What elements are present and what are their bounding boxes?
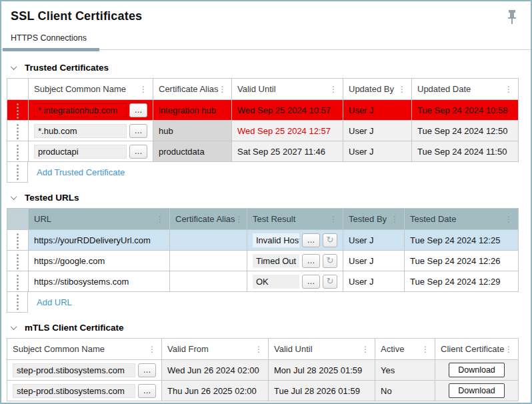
column-header-test-result[interactable]: Test Result⋮ [247,209,343,230]
active-cell: Yes [375,360,435,381]
page-title: SSL Client Certificates [11,9,525,23]
pin-icon[interactable] [507,9,517,25]
subject-input[interactable] [34,145,127,159]
table-header-row: Subject Common Name⋮ Valid From⋮ Valid U… [7,339,519,360]
column-header-tested-by[interactable]: Tested By⋮ [343,209,405,230]
add-url-link[interactable]: Add URL [37,297,72,307]
refresh-icon[interactable]: ↻ [323,254,337,268]
column-menu-icon[interactable]: ⋮ [421,345,429,353]
column-menu-icon[interactable]: ⋮ [255,345,263,353]
section-title: Tested URLs [25,193,79,203]
column-menu-icon[interactable]: ⋮ [505,85,513,93]
row-drag-handle[interactable] [7,121,29,141]
table-header-row: Subject Common Name⋮ Certificate Alias⋮ … [7,79,519,100]
column-menu-icon[interactable]: ⋮ [139,85,147,93]
url-cell[interactable]: https://stibosystems.com [29,271,170,292]
column-header-valid-from[interactable]: Valid From⋮ [162,339,269,360]
alias-cell: integration hub [153,100,232,121]
column-header-url[interactable]: URL⋮ [29,209,170,230]
section-title: Trusted Certificates [25,63,109,73]
column-menu-icon[interactable]: ⋮ [235,215,243,223]
table-row[interactable]: https://yourRDDeliveryUrl.com Invalid Ho… [7,230,519,251]
column-header-subject[interactable]: Subject Common Name⋮ [29,79,153,100]
column-menu-icon[interactable]: ⋮ [219,85,227,93]
column-header-valid-until[interactable]: Valid Until⋮ [269,339,375,360]
ellipsis-button[interactable]: … [302,275,320,289]
column-menu-icon[interactable]: ⋮ [391,215,399,223]
ellipsis-button[interactable]: … [129,103,147,117]
tested-urls-section-header[interactable]: Tested URLs [11,191,525,204]
column-menu-icon[interactable]: ⋮ [329,85,337,93]
column-menu-icon[interactable]: ⋮ [329,215,337,223]
tested-by-cell: User J [343,230,405,251]
ellipsis-button[interactable]: … [138,363,156,377]
ellipsis-button[interactable]: … [129,145,147,159]
add-trusted-certificate-link[interactable]: Add Trusted Certificate [37,167,125,177]
valid-until-cell: Wed Sep 25 2024 12:57 [232,121,343,141]
test-result-value: OK [253,275,299,289]
refresh-icon[interactable]: ↻ [323,233,337,247]
column-menu-icon[interactable]: ⋮ [156,215,164,223]
active-tab-underline [3,48,99,51]
table-row[interactable]: https://google.com Timed Out … ↻ User J … [7,251,519,271]
drag-handle-icon [17,281,19,283]
row-drag-handle[interactable] [7,141,29,162]
row-drag-handle[interactable] [7,100,29,121]
subject-cell: … [7,360,162,381]
subject-input[interactable] [34,124,127,138]
ellipsis-button[interactable]: … [302,233,320,247]
mtls-client-certificate-section-header[interactable]: mTLS Client Certificate [11,321,525,334]
tested-date-cell: Tue Sep 24 2024 12:26 [405,251,519,271]
valid-until-cell: Mon Jul 28 2025 01:59 [269,360,375,381]
download-button[interactable]: Download [449,383,505,398]
column-menu-icon[interactable]: ⋮ [398,85,406,93]
tested-by-cell: User J [343,251,405,271]
tested-date-cell: Tue Sep 24 2024 12:25 [405,230,519,251]
table-row[interactable]: https://stibosystems.com OK … ↻ User J T… [7,271,519,292]
valid-from-cell: Thu Jun 26 2025 02:00 [162,381,269,401]
tested-by-cell: User J [343,271,405,292]
column-header-active[interactable]: Active⋮ [375,339,435,360]
column-menu-icon[interactable]: ⋮ [361,345,369,353]
ellipsis-button[interactable]: … [138,384,156,398]
download-button[interactable]: Download [449,363,505,377]
drag-handle-icon [17,240,19,242]
trusted-certificates-table: Subject Common Name⋮ Certificate Alias⋮ … [7,78,519,162]
row-drag-handle[interactable] [7,230,29,251]
row-drag-handle[interactable] [7,271,29,292]
ellipsis-button[interactable]: … [129,124,147,138]
updated-date-cell: Tue Sep 24 2024 12:50 [412,121,519,141]
column-header-alias[interactable]: Certificate Alias⋮ [170,209,247,230]
refresh-icon[interactable]: ↻ [323,275,337,289]
column-header-alias[interactable]: Certificate Alias⋮ [153,79,232,100]
drag-handle-icon [17,261,19,263]
column-menu-icon[interactable]: ⋮ [505,345,513,353]
row-drag-handle[interactable] [7,251,29,271]
column-header-updated-date[interactable]: Updated Date⋮ [412,79,519,100]
client-certificate-cell: Download [435,360,519,381]
tab-https-connections[interactable]: HTTPS Connections [11,33,87,43]
alias-cell [170,230,247,251]
table-row: … Thu Jun 26 2025 02:00 Tue Jul 28 2026 … [7,381,519,401]
trusted-certificates-section-header[interactable]: Trusted Certificates [11,61,525,74]
valid-until-cell: Sat Sep 25 2027 11:46 [232,141,343,162]
handle-column-header [7,79,29,100]
ellipsis-button[interactable]: … [302,254,320,268]
column-header-valid-until[interactable]: Valid Until⋮ [232,79,343,100]
column-header-updated-by[interactable]: Updated By⋮ [343,79,412,100]
subject-input[interactable] [13,363,135,377]
column-menu-icon[interactable]: ⋮ [505,215,513,223]
add-url-row: Add URL [7,292,518,313]
tab-bar: HTTPS Connections [7,31,525,53]
subject-cell: … [7,381,162,401]
url-cell[interactable]: https://google.com [29,251,170,271]
test-result-cell: Timed Out … ↻ [247,251,343,271]
column-header-client-certificate[interactable]: Client Certificate⋮ [435,339,519,360]
subject-input[interactable] [34,103,127,117]
subject-input[interactable] [13,384,135,398]
subject-cell: … [29,100,153,121]
column-menu-icon[interactable]: ⋮ [148,345,156,353]
column-header-subject[interactable]: Subject Common Name⋮ [7,339,162,360]
url-cell[interactable]: https://yourRDDeliveryUrl.com [29,230,170,251]
column-header-tested-date[interactable]: Tested Date⋮ [405,209,519,230]
